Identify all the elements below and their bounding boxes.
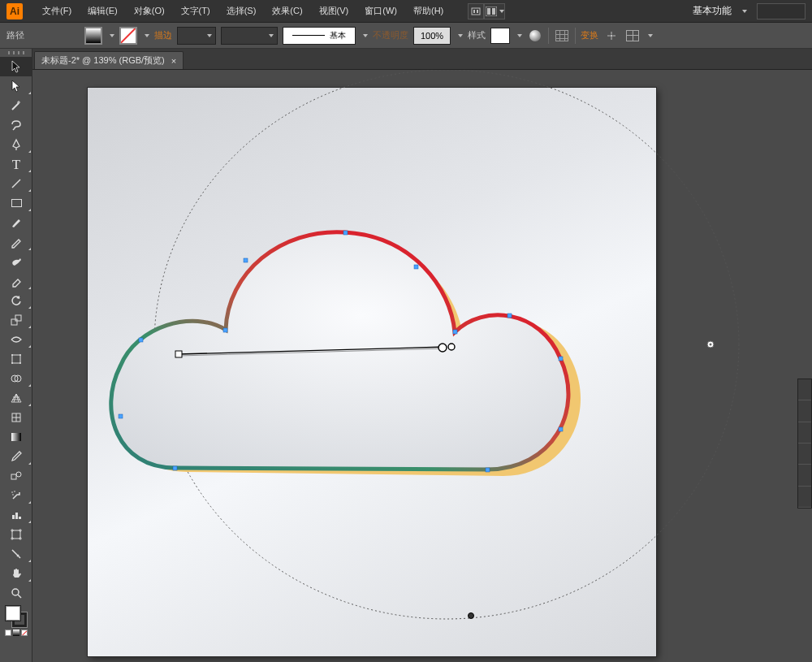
rectangle-tool[interactable] xyxy=(0,193,32,213)
canvas-artwork xyxy=(32,70,812,662)
fill-stroke-block[interactable] xyxy=(0,603,32,639)
bridge-icon[interactable] xyxy=(468,3,484,19)
pen-tool[interactable] xyxy=(0,135,32,154)
menu-effect[interactable]: 效果(C) xyxy=(264,0,310,23)
menubar-search-field[interactable] xyxy=(757,3,806,19)
stroke-swatch-caret[interactable] xyxy=(145,34,149,37)
artboard-tool[interactable] xyxy=(0,525,32,544)
menu-view[interactable]: 视图(V) xyxy=(311,0,357,23)
gradient-tool[interactable] xyxy=(0,427,32,447)
svg-point-21 xyxy=(11,491,13,493)
magic-wand-tool[interactable] xyxy=(0,96,32,115)
direct-selection-tool[interactable] xyxy=(0,76,32,96)
symbol-sprayer-tool[interactable] xyxy=(0,486,32,505)
zoom-tool[interactable] xyxy=(0,583,32,603)
svg-rect-44 xyxy=(175,351,182,357)
menu-help[interactable]: 帮助(H) xyxy=(405,0,451,23)
menu-file[interactable]: 文件(F) xyxy=(34,0,80,23)
hand-tool[interactable] xyxy=(0,564,32,583)
control-overflow-caret[interactable] xyxy=(648,34,653,37)
blob-brush-tool[interactable] xyxy=(0,252,32,271)
none-mode-icon[interactable] xyxy=(21,630,28,636)
svg-point-28 xyxy=(12,589,19,595)
pixel-snap-icon[interactable] xyxy=(624,28,641,44)
document-tab-close-icon[interactable]: × xyxy=(171,56,176,66)
document-tab[interactable]: 未标题-2* @ 139% (RGB/预览) × xyxy=(34,51,184,69)
svg-rect-1 xyxy=(473,10,475,13)
stroke-swatch[interactable] xyxy=(119,27,137,45)
svg-rect-0 xyxy=(472,8,480,15)
menu-bar: Ai 文件(F) 编辑(E) 对象(O) 文字(T) 选择(S) 效果(C) 视… xyxy=(0,0,812,23)
eraser-tool[interactable] xyxy=(0,271,32,291)
svg-point-49 xyxy=(469,613,474,619)
toolbox-fill-swatch[interactable] xyxy=(6,606,20,621)
selection-tool[interactable] xyxy=(0,57,32,76)
svg-rect-41 xyxy=(173,466,177,470)
color-mode-icon[interactable] xyxy=(5,630,11,636)
svg-point-46 xyxy=(448,344,455,350)
paintbrush-tool[interactable] xyxy=(0,213,32,232)
opacity-caret[interactable] xyxy=(458,34,463,37)
eyedropper-tool[interactable] xyxy=(0,447,32,466)
workspace-switcher-label[interactable]: 基本功能 xyxy=(693,4,732,18)
free-transform-tool[interactable] xyxy=(0,349,32,369)
opacity-panel-link[interactable]: 不透明度 xyxy=(373,29,408,41)
shape-builder-tool[interactable] xyxy=(0,369,32,388)
svg-rect-10 xyxy=(12,355,20,363)
svg-rect-33 xyxy=(244,258,248,262)
width-tool[interactable] xyxy=(0,330,32,349)
blend-tool[interactable] xyxy=(0,466,32,486)
type-tool[interactable]: T xyxy=(0,154,32,174)
brush-definition[interactable]: 基本 xyxy=(283,27,356,45)
rotate-tool[interactable] xyxy=(0,291,32,310)
svg-point-14 xyxy=(19,362,21,364)
svg-rect-27 xyxy=(12,530,20,539)
separator xyxy=(575,28,576,44)
svg-rect-24 xyxy=(12,515,15,519)
scale-tool[interactable] xyxy=(0,310,32,330)
gradient-mode-icon[interactable] xyxy=(13,630,19,636)
column-graph-tool[interactable] xyxy=(0,505,32,525)
document-stage[interactable] xyxy=(32,70,812,662)
opacity-value: 100% xyxy=(421,31,443,41)
svg-rect-30 xyxy=(119,414,123,418)
transform-panel-link[interactable]: 变换 xyxy=(581,29,598,41)
menu-type[interactable]: 文字(T) xyxy=(173,0,218,23)
graphic-style-caret[interactable] xyxy=(517,34,522,37)
svg-rect-39 xyxy=(559,427,563,431)
lasso-tool[interactable] xyxy=(0,115,32,135)
opacity-field[interactable]: 100% xyxy=(413,27,451,45)
svg-point-11 xyxy=(11,354,13,356)
stroke-weight-field[interactable] xyxy=(177,27,216,45)
svg-rect-37 xyxy=(508,314,512,318)
brush-definition-caret[interactable] xyxy=(363,34,368,37)
slice-tool[interactable] xyxy=(0,544,32,564)
align-panel-icon[interactable] xyxy=(554,28,570,44)
menu-edit[interactable]: 编辑(E) xyxy=(80,0,126,23)
svg-point-48 xyxy=(710,344,712,346)
pencil-tool[interactable] xyxy=(0,232,32,252)
svg-rect-35 xyxy=(414,265,418,269)
svg-point-20 xyxy=(16,472,21,477)
fill-swatch[interactable] xyxy=(84,27,102,45)
workspace-switcher-caret[interactable] xyxy=(742,10,747,13)
svg-rect-34 xyxy=(343,231,348,235)
graphic-style-swatch[interactable] xyxy=(490,28,510,44)
document-tab-bar: 未标题-2* @ 139% (RGB/预览) × xyxy=(0,49,812,70)
mesh-tool[interactable] xyxy=(0,408,32,427)
perspective-grid-tool[interactable] xyxy=(0,388,32,408)
svg-rect-8 xyxy=(11,319,17,325)
collapsed-right-panel[interactable] xyxy=(797,379,812,508)
fill-swatch-caret[interactable] xyxy=(110,34,114,37)
recolor-artwork-icon[interactable] xyxy=(527,28,543,44)
menu-select[interactable]: 选择(S) xyxy=(218,0,265,23)
svg-rect-25 xyxy=(15,513,18,519)
menu-window[interactable]: 窗口(W) xyxy=(356,0,405,23)
variable-width-profile[interactable] xyxy=(221,27,278,45)
menu-object[interactable]: 对象(O) xyxy=(126,0,173,23)
stroke-panel-link[interactable]: 描边 xyxy=(154,29,172,41)
line-segment-tool[interactable] xyxy=(0,174,32,193)
arrange-docs-dropdown[interactable] xyxy=(484,3,505,19)
isolate-icon[interactable] xyxy=(603,28,620,44)
tools-panel-grip[interactable] xyxy=(0,49,32,57)
